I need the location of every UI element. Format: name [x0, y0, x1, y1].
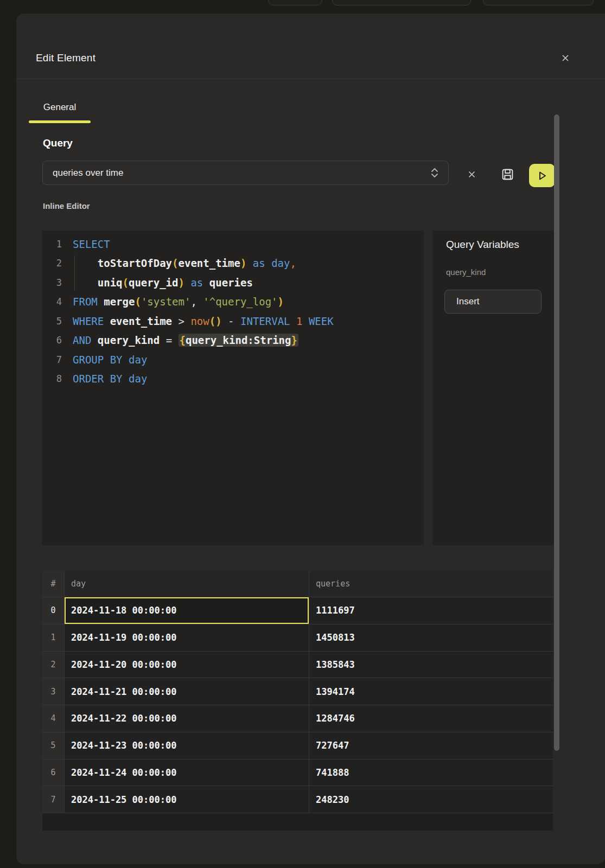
table-row: 02024-11-18 00:00:001111697 — [42, 597, 553, 624]
modal-title: Edit Element — [36, 52, 95, 64]
table-row: 22024-11-20 00:00:001385843 — [42, 651, 553, 678]
query-variables-panel: Query Variables query_kind Insert — [432, 231, 555, 545]
header-day: day — [65, 571, 309, 597]
line-number: 4 — [42, 296, 62, 307]
tab-general[interactable]: General — [29, 96, 91, 123]
code-line: 8ORDER BY day — [42, 369, 424, 389]
row-index: 1 — [42, 624, 65, 651]
screen: Edit Element General Query queries over … — [0, 0, 605, 868]
code-line: 6AND query_kind = {query_kind:String} — [42, 331, 424, 350]
table-row: 12024-11-19 00:00:001450813 — [42, 624, 553, 651]
unfold-chevron-icon — [431, 168, 438, 178]
table-row: 52024-11-23 00:00:00727647 — [42, 732, 553, 759]
results-table: # day queries 02024-11-18 00:00:00111169… — [42, 571, 553, 831]
code-text: FROM merge('system', '^query_log') — [62, 296, 284, 308]
background-button-3[interactable] — [483, 0, 594, 5]
cell-day[interactable]: 2024-11-24 00:00:00 — [65, 760, 309, 786]
code-text: toStartOfDay(event_time) as day, — [62, 257, 296, 269]
sql-editor[interactable]: 1SELECT2 toStartOfDay(event_time) as day… — [42, 231, 424, 545]
variable-name-label: query_kind — [446, 267, 486, 277]
code-line: 7GROUP BY day — [42, 350, 424, 369]
code-line: 4FROM merge('system', '^query_log') — [42, 292, 424, 312]
close-icon — [561, 54, 570, 62]
cell-day[interactable]: 2024-11-19 00:00:00 — [65, 624, 309, 651]
line-number: 3 — [42, 277, 62, 288]
close-button[interactable] — [557, 49, 574, 67]
cell-day-selected[interactable]: 2024-11-18 00:00:00 — [65, 597, 309, 624]
results-table-header: # day queries — [42, 571, 553, 597]
header-index: # — [42, 571, 65, 597]
line-number: 1 — [42, 239, 62, 250]
line-number: 8 — [42, 373, 62, 384]
inline-editor-label: Inline Editor — [43, 201, 90, 210]
tab-active-underline — [29, 120, 91, 123]
code-text: GROUP BY day — [62, 354, 147, 366]
modal-scrollbar[interactable] — [554, 114, 559, 751]
save-icon — [501, 168, 514, 181]
line-number: 2 — [42, 258, 62, 269]
cell-queries[interactable]: 1450813 — [309, 624, 553, 651]
query-select[interactable]: queries over time — [42, 161, 449, 185]
cell-queries[interactable]: 1111697 — [309, 597, 553, 624]
cell-day[interactable]: 2024-11-21 00:00:00 — [65, 678, 309, 705]
code-line: 2 toStartOfDay(event_time) as day, — [42, 254, 424, 273]
line-number: 6 — [42, 335, 62, 346]
table-row: 42024-11-22 00:00:001284746 — [42, 705, 553, 732]
clear-query-button[interactable] — [463, 165, 480, 183]
results-table-footer — [42, 813, 553, 831]
edit-element-modal: Edit Element General Query queries over … — [16, 14, 605, 864]
query-parameter-chip: {query_kind:String} — [179, 334, 298, 347]
background-button-1[interactable] — [268, 0, 322, 5]
background-button-2[interactable] — [332, 0, 471, 5]
code-lines: 1SELECT2 toStartOfDay(event_time) as day… — [42, 234, 424, 388]
code-line: 5WHERE event_time > now() - INTERVAL 1 W… — [42, 311, 424, 331]
code-text: SELECT — [62, 238, 110, 250]
cell-queries[interactable]: 727647 — [309, 732, 553, 759]
code-text: WHERE event_time > now() - INTERVAL 1 WE… — [62, 315, 334, 327]
line-number: 7 — [42, 354, 62, 365]
tab-general-label: General — [29, 96, 91, 119]
cell-queries[interactable]: 741888 — [309, 760, 553, 786]
row-index: 6 — [42, 760, 65, 786]
header-queries: queries — [309, 571, 553, 597]
clear-icon — [467, 170, 476, 179]
cell-queries[interactable]: 1394174 — [309, 678, 553, 705]
query-select-value: queries over time — [43, 168, 431, 178]
code-line: 1SELECT — [42, 234, 424, 254]
row-index: 5 — [42, 732, 65, 759]
run-query-button[interactable] — [529, 164, 555, 187]
play-icon — [536, 170, 548, 182]
line-number: 5 — [42, 316, 62, 327]
results-table-body: 02024-11-18 00:00:00111169712024-11-19 0… — [42, 597, 553, 813]
row-index: 7 — [42, 786, 65, 813]
save-query-button[interactable] — [498, 164, 517, 184]
query-section-heading: Query — [43, 137, 73, 149]
cell-day[interactable]: 2024-11-25 00:00:00 — [65, 786, 309, 813]
code-text: uniq(query_id) as queries — [62, 277, 253, 289]
header-divider — [16, 79, 605, 79]
row-index: 3 — [42, 678, 65, 705]
cell-queries[interactable]: 248230 — [309, 786, 553, 813]
row-index: 2 — [42, 652, 65, 678]
code-line: 3 uniq(query_id) as queries — [42, 273, 424, 292]
cell-day[interactable]: 2024-11-22 00:00:00 — [65, 705, 309, 732]
cell-day[interactable]: 2024-11-23 00:00:00 — [65, 732, 309, 759]
row-index: 0 — [42, 597, 65, 624]
insert-variable-button[interactable]: Insert — [444, 290, 542, 314]
row-index: 4 — [42, 705, 65, 732]
table-row: 72024-11-25 00:00:00248230 — [42, 786, 553, 813]
table-row: 32024-11-21 00:00:001394174 — [42, 678, 553, 705]
cell-queries[interactable]: 1385843 — [309, 652, 553, 678]
table-row: 62024-11-24 00:00:00741888 — [42, 759, 553, 786]
cell-day[interactable]: 2024-11-20 00:00:00 — [65, 652, 309, 678]
code-text: AND query_kind = {query_kind:String} — [62, 334, 298, 346]
code-text: ORDER BY day — [62, 373, 147, 385]
indent-guide — [74, 256, 75, 290]
query-variables-title: Query Variables — [446, 239, 519, 251]
cell-queries[interactable]: 1284746 — [309, 705, 553, 732]
